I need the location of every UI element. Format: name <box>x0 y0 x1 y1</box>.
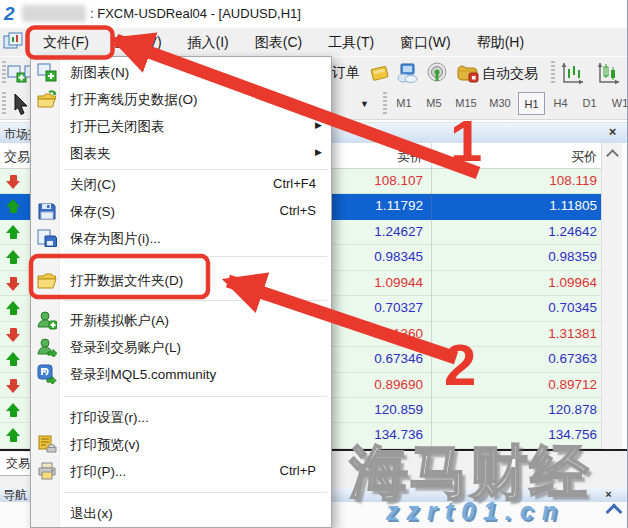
market-watch-close-icon[interactable]: × <box>605 124 620 139</box>
menu-item-label: 登录到交易账户(L) <box>70 339 181 357</box>
autotrade-button[interactable]: 自动交易 <box>482 65 538 83</box>
menu-item-label: 开新模拟帐户(A) <box>70 312 169 330</box>
market-watch-scrollbar[interactable] <box>601 143 622 449</box>
menu-file[interactable]: 文件(F) <box>30 28 102 56</box>
menu-item-login-mql5[interactable]: 登录到MQL5.community <box>32 361 330 388</box>
timeframe-d1[interactable]: D1 <box>576 92 603 115</box>
column-buy[interactable]: 买价 <box>440 148 597 166</box>
menu-item-label: 打印设置(r)... <box>70 409 149 427</box>
menu-item-print-setup[interactable]: 打印设置(r)... <box>32 404 330 431</box>
chart-document-icon[interactable] <box>3 32 23 56</box>
menu-item-open-data-folder[interactable]: 打开数据文件夹(D) <box>32 267 330 294</box>
buy-price: 1.09964 <box>440 275 597 290</box>
menu-tools[interactable]: 工具(T) <box>315 28 387 56</box>
navigator-close-icon[interactable]: × <box>601 488 616 501</box>
menu-item-new-chart[interactable]: 新图表(N) <box>32 59 330 86</box>
buy-price: 0.67363 <box>440 351 597 366</box>
menu-item-label: 打开数据文件夹(D) <box>70 272 183 290</box>
menu-separator <box>64 300 327 301</box>
menu-shortcut: Ctrl+F4 <box>273 176 316 191</box>
menu-item-open-deleted[interactable]: 打开已关闭图表 ▶ <box>32 113 330 140</box>
toolbar-grip[interactable] <box>551 61 555 85</box>
menu-item-label: 图表夹 <box>70 145 111 163</box>
print-preview-icon <box>37 434 57 454</box>
menu-item-print-preview[interactable]: 打印预览(v) <box>32 431 330 458</box>
menu-item-open-demo-account[interactable]: 开新模拟帐户(A) <box>32 307 330 334</box>
toolbar-grip[interactable] <box>2 61 6 85</box>
menu-item-save[interactable]: 保存(S) Ctrl+S <box>32 198 330 225</box>
trend-arrow-icon <box>5 300 21 317</box>
menu-help[interactable]: 帮助(H) <box>464 28 537 56</box>
menu-item-label: 退出(x) <box>70 505 113 523</box>
symbol-dropdown-arrow-icon[interactable]: ▼ <box>360 99 369 109</box>
menu-item-login-account[interactable]: 登录到交易账户(L) <box>32 334 330 361</box>
timeframe-m1[interactable]: M1 <box>390 92 418 115</box>
signals-icon[interactable] <box>426 62 450 88</box>
autotrade-icon[interactable] <box>456 62 480 88</box>
file-menu-dropdown: 新图表(N) 打开离线历史数据(O) 打开已关闭图表 ▶ 图表夹 ▶ 关闭(C)… <box>30 56 332 528</box>
toolbar-grip[interactable] <box>383 92 387 116</box>
mt4-window: 2 : FXCM-USDReal04 - [AUDUSD,H1] 文件(F) 显… <box>0 0 628 528</box>
menu-view[interactable]: 显示(V) <box>102 28 175 56</box>
timeframe-w1[interactable]: W1 <box>605 92 628 115</box>
menu-item-exit[interactable]: 退出(x) <box>32 500 330 527</box>
menu-window[interactable]: 窗口(W) <box>387 28 464 56</box>
menu-item-profiles[interactable]: 图表夹 ▶ <box>32 140 330 167</box>
menu-insert[interactable]: 插入(I) <box>175 28 242 56</box>
buy-price: 134.756 <box>440 427 597 442</box>
cursor-icon[interactable] <box>11 93 31 119</box>
trend-arrow-icon <box>5 351 21 368</box>
navigator-title: 导航 <box>3 488 27 502</box>
timeframe-h4[interactable]: H4 <box>547 92 574 115</box>
buy-price: 1.31381 <box>440 326 597 341</box>
scroll-up-icon[interactable] <box>606 149 619 162</box>
buy-price: 0.70345 <box>440 300 597 315</box>
censored-account-number <box>22 5 86 22</box>
column-divider <box>431 143 432 449</box>
menu-item-label: 保存(S) <box>70 203 115 221</box>
submenu-arrow-icon: ▶ <box>315 147 322 157</box>
bar-chart-icon[interactable] <box>559 61 587 90</box>
submenu-arrow-icon: ▶ <box>315 120 322 130</box>
trend-arrow-icon <box>5 427 21 444</box>
trend-arrow-icon <box>5 198 21 215</box>
menu-charts[interactable]: 图表(C) <box>242 28 315 56</box>
app-logo-icon: 2 <box>4 3 15 25</box>
trend-arrow-icon <box>5 377 21 394</box>
menu-item-label: 打开已关闭图表 <box>70 118 165 136</box>
menu-item-print[interactable]: 打印(P)... Ctrl+P <box>32 458 330 485</box>
menu-separator <box>64 256 327 257</box>
trend-arrow-icon <box>5 326 21 343</box>
menu-item-open-offline[interactable]: 打开离线历史数据(O) <box>32 86 330 113</box>
menu-shortcut: Ctrl+S <box>280 203 316 218</box>
new-account-icon <box>37 310 57 330</box>
trend-arrow-icon <box>5 173 21 190</box>
menu-separator <box>64 396 327 397</box>
toolbar-grip[interactable] <box>2 92 6 116</box>
save-icon <box>37 201 57 221</box>
menu-item-label: 保存为图片(i)... <box>70 230 161 248</box>
timeframe-h1[interactable]: H1 <box>518 92 545 115</box>
timeframe-m15[interactable]: M15 <box>450 92 482 115</box>
print-icon <box>37 461 57 481</box>
open-history-folder-icon <box>37 89 57 109</box>
menu-separator <box>64 492 327 493</box>
timeframe-m30[interactable]: M30 <box>484 92 516 115</box>
trend-arrow-icon <box>5 402 21 419</box>
column-sell[interactable]: 卖价 <box>330 148 423 166</box>
market-sticker-icon[interactable] <box>368 63 390 87</box>
menu-item-label: 打开离线历史数据(O) <box>70 91 198 109</box>
menu-item-label: 打印(P)... <box>70 463 126 481</box>
trend-arrow-icon <box>5 249 21 266</box>
menu-item-close[interactable]: 关闭(C) Ctrl+F4 <box>32 171 330 198</box>
virtual-hosting-icon[interactable] <box>396 62 420 88</box>
save-picture-icon <box>37 228 57 248</box>
mql5-icon <box>37 364 57 384</box>
timeframe-m5[interactable]: M5 <box>420 92 448 115</box>
menu-item-save-picture[interactable]: 保存为图片(i)... <box>32 225 330 252</box>
candlestick-chart-icon[interactable] <box>595 61 623 90</box>
buy-price: 1.24642 <box>440 224 597 239</box>
trend-arrow-icon <box>5 275 21 292</box>
menu-item-label: 登录到MQL5.community <box>70 366 216 384</box>
title-bar: 2 : FXCM-USDReal04 - [AUDUSD,H1] <box>0 0 628 28</box>
